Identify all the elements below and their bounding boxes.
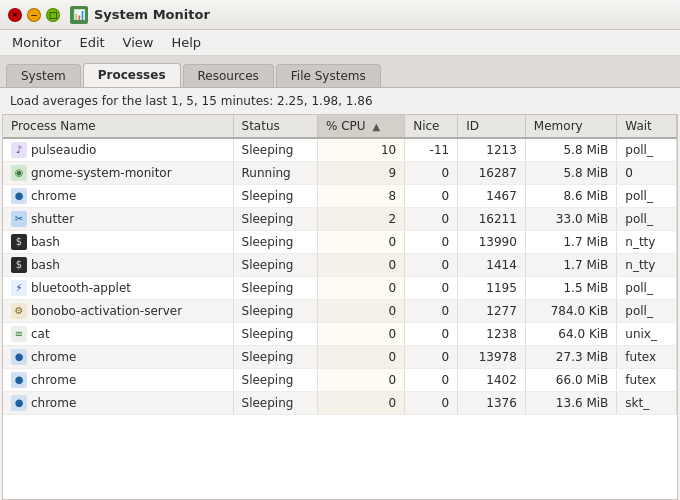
minimize-button[interactable]: − <box>27 8 41 22</box>
process-status: Sleeping <box>233 185 317 208</box>
process-name-cell: ⚙bonobo-activation-server <box>3 300 233 323</box>
header-nice[interactable]: Nice <box>405 115 458 138</box>
process-name-cell: ⚡bluetooth-applet <box>3 277 233 300</box>
process-icon: ⚙ <box>11 303 27 319</box>
process-wait: n_tty <box>617 254 677 277</box>
table-row[interactable]: ≡catSleeping00123864.0 KiBunix_ <box>3 323 677 346</box>
process-nice: -11 <box>405 138 458 162</box>
process-nice: 0 <box>405 254 458 277</box>
tab-processes[interactable]: Processes <box>83 63 181 87</box>
process-cpu: 0 <box>317 392 404 415</box>
process-name-cell: ♪pulseaudio <box>3 138 233 162</box>
process-wait: futex <box>617 369 677 392</box>
process-name-cell: ≡cat <box>3 323 233 346</box>
header-cpu[interactable]: % CPU ▲ <box>317 115 404 138</box>
process-status: Sleeping <box>233 231 317 254</box>
process-name-cell: ✂shutter <box>3 208 233 231</box>
process-id: 1213 <box>458 138 526 162</box>
table-row[interactable]: $bashSleeping00139901.7 MiBn_tty <box>3 231 677 254</box>
process-cpu: 0 <box>317 231 404 254</box>
process-id: 13990 <box>458 231 526 254</box>
table-row[interactable]: $bashSleeping0014141.7 MiBn_tty <box>3 254 677 277</box>
process-cpu: 10 <box>317 138 404 162</box>
menu-item-edit[interactable]: Edit <box>71 33 112 52</box>
process-name-cell: $bash <box>3 254 233 277</box>
table-row[interactable]: ♪pulseaudioSleeping10-1112135.8 MiBpoll_ <box>3 138 677 162</box>
process-name-cell: ●chrome <box>3 185 233 208</box>
load-average: Load averages for the last 1, 5, 15 minu… <box>0 88 680 114</box>
header-id[interactable]: ID <box>458 115 526 138</box>
process-wait: poll_ <box>617 277 677 300</box>
close-button[interactable]: ✕ <box>8 8 22 22</box>
process-id: 1277 <box>458 300 526 323</box>
header-status[interactable]: Status <box>233 115 317 138</box>
process-wait: poll_ <box>617 185 677 208</box>
table-row[interactable]: ⚡bluetooth-appletSleeping0011951.5 MiBpo… <box>3 277 677 300</box>
process-name-cell: ●chrome <box>3 346 233 369</box>
process-id: 1195 <box>458 277 526 300</box>
process-icon: ✂ <box>11 211 27 227</box>
process-nice: 0 <box>405 323 458 346</box>
process-nice: 0 <box>405 346 458 369</box>
header-name[interactable]: Process Name <box>3 115 233 138</box>
window-title: System Monitor <box>94 7 210 22</box>
process-memory: 66.0 MiB <box>525 369 616 392</box>
maximize-button[interactable]: □ <box>46 8 60 22</box>
process-icon: ● <box>11 372 27 388</box>
menu-item-view[interactable]: View <box>115 33 162 52</box>
menu-item-help[interactable]: Help <box>163 33 209 52</box>
tab-system[interactable]: System <box>6 64 81 87</box>
process-icon: ● <box>11 395 27 411</box>
process-memory: 1.5 MiB <box>525 277 616 300</box>
table-row[interactable]: ✂shutterSleeping201621133.0 MiBpoll_ <box>3 208 677 231</box>
header-memory[interactable]: Memory <box>525 115 616 138</box>
menu-item-monitor[interactable]: Monitor <box>4 33 69 52</box>
process-status: Running <box>233 162 317 185</box>
process-status: Sleeping <box>233 392 317 415</box>
main-content: Load averages for the last 1, 5, 15 minu… <box>0 88 680 500</box>
window-controls[interactable]: ✕ − □ <box>8 8 60 22</box>
tab-filesystems[interactable]: File Systems <box>276 64 381 87</box>
table-row[interactable]: ⚙bonobo-activation-serverSleeping0012777… <box>3 300 677 323</box>
process-icon: ◉ <box>11 165 27 181</box>
table-row[interactable]: ●chromeSleeping00140266.0 MiBfutex <box>3 369 677 392</box>
process-wait: n_tty <box>617 231 677 254</box>
process-memory: 64.0 KiB <box>525 323 616 346</box>
process-nice: 0 <box>405 231 458 254</box>
sort-arrow-cpu: ▲ <box>372 121 380 132</box>
process-id: 1414 <box>458 254 526 277</box>
process-nice: 0 <box>405 369 458 392</box>
tab-resources[interactable]: Resources <box>183 64 274 87</box>
process-memory: 784.0 KiB <box>525 300 616 323</box>
process-table-container[interactable]: Process NameStatus% CPU ▲NiceIDMemoryWai… <box>2 114 678 500</box>
process-id: 16211 <box>458 208 526 231</box>
process-cpu: 0 <box>317 323 404 346</box>
process-status: Sleeping <box>233 346 317 369</box>
process-memory: 1.7 MiB <box>525 254 616 277</box>
process-icon: ♪ <box>11 142 27 158</box>
process-status: Sleeping <box>233 138 317 162</box>
table-row[interactable]: ●chromeSleeping8014678.6 MiBpoll_ <box>3 185 677 208</box>
process-icon: ● <box>11 188 27 204</box>
tab-bar: SystemProcessesResourcesFile Systems <box>0 56 680 88</box>
table-row[interactable]: ●chromeSleeping00137613.6 MiBskt_ <box>3 392 677 415</box>
header-row: Process NameStatus% CPU ▲NiceIDMemoryWai… <box>3 115 677 138</box>
process-cpu: 0 <box>317 300 404 323</box>
header-wait[interactable]: Wait <box>617 115 677 138</box>
process-cpu: 0 <box>317 277 404 300</box>
process-table: Process NameStatus% CPU ▲NiceIDMemoryWai… <box>3 115 677 415</box>
process-wait: skt_ <box>617 392 677 415</box>
process-status: Sleeping <box>233 369 317 392</box>
process-memory: 1.7 MiB <box>525 231 616 254</box>
process-memory: 8.6 MiB <box>525 185 616 208</box>
title-bar: ✕ − □ 📊 System Monitor <box>0 0 680 30</box>
process-name-cell: ◉gnome-system-monitor <box>3 162 233 185</box>
process-nice: 0 <box>405 277 458 300</box>
table-row[interactable]: ◉gnome-system-monitorRunning90162875.8 M… <box>3 162 677 185</box>
process-wait: 0 <box>617 162 677 185</box>
process-cpu: 2 <box>317 208 404 231</box>
table-row[interactable]: ●chromeSleeping001397827.3 MiBfutex <box>3 346 677 369</box>
process-id: 16287 <box>458 162 526 185</box>
process-name-cell: $bash <box>3 231 233 254</box>
process-nice: 0 <box>405 162 458 185</box>
